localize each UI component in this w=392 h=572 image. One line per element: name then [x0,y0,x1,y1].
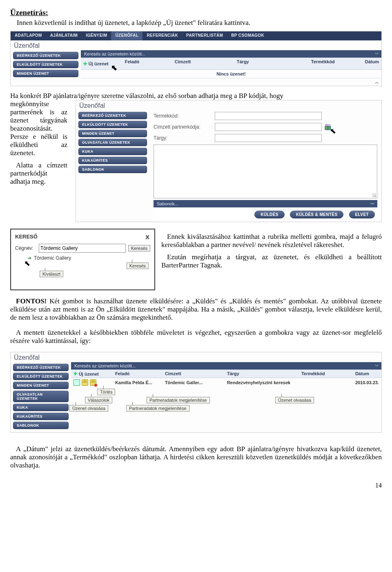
tab-bpcsomagok[interactable]: BP CSOMAGOK [227,31,268,40]
search-result-name: Tördemic Gallery [34,255,71,261]
search-popup-title: KERESŐ [15,234,150,240]
cursor-icon: ⬉ [330,127,336,136]
send-save-button[interactable]: KÜLDÉS & MENTÉS [290,211,344,218]
col-cimzett[interactable]: Címzett [163,370,225,378]
sidebar-item-unread[interactable]: OLVASATLAN ÜZENETEK [78,139,147,146]
message-body-textarea[interactable] [154,145,377,198]
resize-handle-icon[interactable] [372,193,376,197]
button-bar: KÜLDÉS KÜLDÉS & MENTÉS ELVET [154,207,377,222]
col-datum[interactable]: Dátum [363,58,381,69]
plus-icon: ✚ [74,371,77,376]
targy-input[interactable] [215,134,322,142]
plus-icon: ✚ [83,61,87,67]
col-felado[interactable]: Feladó [113,370,163,378]
intro-text: Innen közvetlenül is indíthat új üzenete… [17,19,382,27]
tab-referenciak[interactable]: REFERENCIÁK [143,31,182,40]
tab-partnerlistam[interactable]: PARTNERLISTÁM [182,31,227,40]
sidebar-item-all[interactable]: MINDEN ÜZENET [78,130,147,137]
tooltip-uzenet-olvasasa: Üzenet olvasása [69,405,108,412]
sidebar-item-trash[interactable]: KUKA [13,404,69,411]
label-cegnev: Cégnév: [15,245,39,251]
sidebar-item-inbox[interactable]: BEÉRKEZŐ ÜZENETEK [78,112,147,119]
panel-title: Üzenőfal [11,40,381,50]
sidebar-item-sent[interactable]: ELKÜLDÖTT ÜZENETEK [78,121,147,128]
search-placeholder: Keresés az üzeneteim között... [84,51,145,56]
fontos-text: Két gombot is használhat üzenete elküldé… [10,297,382,321]
discard-button[interactable]: ELVET [349,211,375,218]
sidebar-item-inbox[interactable]: BEÉRKEZŐ ÜZENETEK [13,364,69,371]
tab-igenyeim[interactable]: IGÉNYEIM [82,31,111,40]
new-message-form: Termékkód: Címzett partnerkódja: ⬉ Tárgy… [149,100,381,222]
search-button[interactable]: Keresés [128,245,150,252]
tooltip-torles: Törlés [97,389,116,395]
tab-adatlapom[interactable]: ADATLAPOM [11,31,46,40]
cell-datum[interactable]: 2010.03.23. [353,380,381,385]
chevron-down-icon[interactable]: ︾ [375,51,379,57]
sidebar-item-unread[interactable]: OLVASATLAN ÜZENETEK [13,391,69,402]
col-new-message[interactable]: ✚ Új üzenet [71,370,113,378]
chevron-up-icon[interactable]: ︽ [375,80,379,84]
col-targy[interactable]: Tárgy [225,370,299,378]
search-placeholder: Keresés az üzeneteim között... [74,363,136,368]
sidebar-item-sent[interactable]: ELKÜLDÖTT ÜZENETEK [13,61,78,68]
col-felado[interactable]: Feladó [122,58,172,69]
cell-targy[interactable]: Rendezvényhelyszínt keresek [225,380,299,385]
tooltip-partneradatok-2: Partneradatok megjelenítése [126,405,189,412]
search-bar[interactable]: Keresés az üzeneteim között... ︾ [71,362,381,369]
col-new-message[interactable]: ✚ Új üzenet ⬉ [81,58,122,69]
cursor-icon: ⬉ [111,63,117,72]
send-button[interactable]: KÜLDÉS [254,211,285,218]
para-cimzett: Alatta a címzett partnerkódját adhatja m… [10,161,67,186]
col-termekkod[interactable]: Termékkód [299,370,353,378]
para-kereso-explain: Ennek kiválasztásához kattinthat a rubri… [161,233,382,249]
cegnev-input[interactable] [39,244,126,253]
col-termekkod[interactable]: Termékkód [309,58,363,69]
page-number: 14 [10,482,382,489]
col-targy[interactable]: Tárgy [234,58,309,69]
tooltip-uzenet-olvasasa-2: Üzenet olvasása [275,397,314,403]
reply-icon[interactable] [74,379,80,386]
close-icon[interactable]: X [145,234,149,240]
sidebar-item-inbox[interactable]: BEÉRKEZŐ ÜZENETEK [13,52,78,59]
sidebar-item-all[interactable]: MINDEN ÜZENET [13,70,78,77]
chevron-down-icon[interactable]: ︾ [375,363,379,369]
search-bar[interactable]: Keresés az üzeneteim között... ︾ [81,50,381,58]
tooltip-valaszolok: Válaszolok [85,397,112,403]
sidebar-item-sent[interactable]: ELKÜLDÖTT ÜZENETEK [13,373,69,380]
col-cimzett[interactable]: Címzett [172,58,234,69]
label-targy: Tárgy: [154,135,215,141]
sidebar-item-templates[interactable]: SABLONOK [13,422,69,429]
templates-dropdown[interactable]: Sabonok... ︾ [154,200,377,207]
tooltip-kivalaszt: Kiválaszt [40,271,63,277]
left-paragraph-column: megkönnyítse partnerének is az üzenet tá… [10,100,67,190]
sidebar-item-emptytrash[interactable]: KUKAÜRÍTÉS [78,157,147,164]
screenshot-new-message-form: Üzenőfal BEÉRKEZŐ ÜZENETEK ELKÜLDÖTT ÜZE… [76,100,382,222]
fontos-label: FONTOS! [16,297,47,305]
tab-uzenofal[interactable]: ÜZENŐFAL [111,31,143,40]
label-termekkod: Termékkód: [154,113,215,119]
col-datum[interactable]: Dátum [353,370,381,378]
column-header-row: ✚ Új üzenet Feladó Címzett Tárgy Termékk… [71,369,381,378]
cell-cimzett[interactable]: Tördemic Galler... [163,380,225,385]
envelope-delete-icon[interactable] [90,379,96,386]
sidebar: BEÉRKEZŐ ÜZENETEK ELKÜLDÖTT ÜZENETEK MIN… [11,50,81,86]
message-row[interactable]: Kamilla Példa É... Tördemic Galler... Re… [71,378,381,387]
label-cimzett-partnerkod: Címzett partnerkódja: [154,124,215,130]
tab-ajanlataim[interactable]: AJÁNLATAIM [46,31,82,40]
tooltip-kereses: Keresés [127,263,149,269]
termekkod-input[interactable] [215,112,322,120]
trailing-paragraph: A „Dátum" jelzi az üzenetküldés/beérkezé… [10,445,382,470]
sidebar-item-trash[interactable]: KUKA [78,148,147,155]
svg-point-1 [325,124,327,126]
panel-title: Üzenőfal [11,352,381,362]
empty-message: Nincs üzenet! [81,70,381,78]
para-cont: megkönnyítse partnerének is az üzenet tá… [10,100,67,157]
para-send-explain: Ezután megírhatja a tárgyat, az üzenetet… [161,253,382,269]
sidebar-item-emptytrash[interactable]: KUKAÜRÍTÉS [13,413,69,420]
chevron-down-icon: ︾ [370,201,375,207]
cell-felado[interactable]: Kamilla Példa É... [113,380,163,385]
sidebar-item-templates[interactable]: SABLONOK [78,166,147,173]
sidebar-item-all[interactable]: MINDEN ÜZENET [13,382,69,389]
envelope-icon[interactable] [82,379,88,386]
cimzett-input[interactable] [215,123,322,131]
